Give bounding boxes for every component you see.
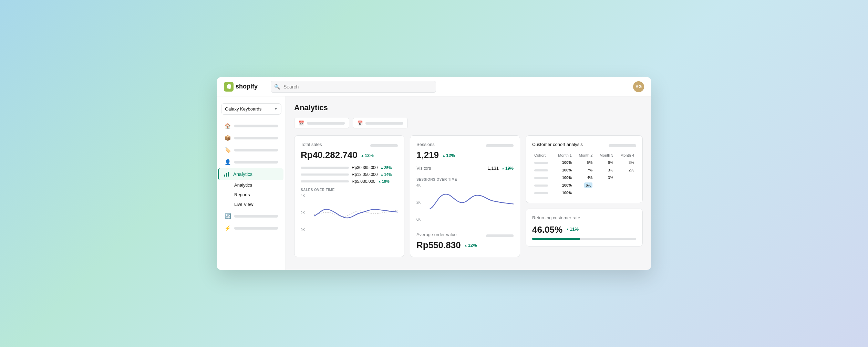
nav-discounts-label bbox=[234, 227, 278, 230]
date-filters: 📅 📅 bbox=[294, 118, 643, 128]
store-name: Galaxy Keyboards bbox=[225, 106, 261, 112]
sidebar-item-home[interactable]: 🏠 bbox=[219, 120, 283, 132]
search-bar: 🔍 bbox=[271, 81, 436, 93]
sidebar-item-products[interactable]: 🏷️ bbox=[219, 144, 283, 156]
sidebar-item-marketing[interactable]: 🔄 bbox=[219, 210, 283, 222]
visitors-value: 1,131 bbox=[488, 166, 499, 171]
sales-row-3-value: Rp5.030.000 bbox=[352, 179, 375, 184]
sidebar-item-orders[interactable]: 📦 bbox=[219, 132, 283, 144]
discounts-icon: ⚡ bbox=[225, 225, 231, 231]
date-bar-2 bbox=[365, 122, 403, 125]
avg-order-title: Average order value bbox=[416, 232, 457, 237]
sales-row-3: Rp5.030.000 10% bbox=[301, 179, 398, 184]
sales-row-1: Rp30.395.000 25% bbox=[301, 165, 398, 170]
cohort-row-4: 100% 6% bbox=[532, 181, 636, 189]
sidebar-item-analytics-page[interactable]: Analytics bbox=[219, 180, 283, 190]
nav-analytics-label: Analytics bbox=[233, 171, 252, 177]
cohort-header-m2: Month 2 bbox=[574, 152, 595, 159]
svg-rect-3 bbox=[228, 172, 229, 177]
date-filter-1[interactable]: 📅 bbox=[294, 118, 349, 128]
sidebar: Galaxy Keyboards ▼ 🏠 📦 🏷️ 👤 bbox=[217, 96, 286, 270]
cards-grid: Total sales Rp40.282.740 12% Rp30.395.00… bbox=[294, 135, 643, 257]
sidebar-item-analytics[interactable]: Analytics bbox=[218, 168, 283, 180]
visitors-label: Visitors bbox=[416, 166, 431, 171]
chevron-down-icon: ▼ bbox=[274, 107, 278, 111]
cohort-card: Customer cohort analysis Cohort Month 1 … bbox=[526, 135, 643, 203]
sales-chart: 4K 2K 0K bbox=[301, 194, 398, 232]
nav-orders-label bbox=[234, 137, 278, 139]
sidebar-item-customers[interactable]: 👤 bbox=[219, 156, 283, 168]
total-sales-value: Rp40.282.740 bbox=[301, 150, 358, 160]
cohort-title: Customer cohort analysis bbox=[532, 142, 583, 147]
shopify-logo-icon bbox=[224, 82, 234, 92]
sales-chart-label: SALES OVER TIME bbox=[301, 188, 398, 192]
avg-bar-placeholder bbox=[486, 234, 514, 237]
svg-rect-1 bbox=[224, 175, 225, 177]
sales-row-2: Rp12.050.000 14% bbox=[301, 172, 398, 177]
avg-order-mini: Average order value Rp550.830 12% bbox=[416, 227, 514, 251]
customers-icon: 👤 bbox=[225, 159, 231, 165]
main-content: Analytics 📅 📅 Total sales bbox=[286, 96, 651, 270]
cohort-bar-placeholder bbox=[609, 144, 636, 147]
sales-row-2-badge: 14% bbox=[380, 172, 392, 177]
avg-order-badge: 12% bbox=[464, 243, 477, 248]
sales-y-2k: 2K bbox=[301, 211, 305, 215]
cohort-row-2: 100% 7% 3% 2% bbox=[532, 166, 636, 174]
right-column: Customer cohort analysis Cohort Month 1 … bbox=[526, 135, 643, 257]
sessions-chart: 4K 2K 0K bbox=[416, 183, 514, 221]
sales-row-1-badge: 25% bbox=[380, 166, 392, 170]
returning-badge: 11% bbox=[566, 227, 579, 232]
store-selector[interactable]: Galaxy Keyboards ▼ bbox=[221, 103, 281, 115]
sidebar-item-live-view[interactable]: Live View bbox=[219, 200, 283, 209]
returning-bar-fill bbox=[532, 238, 580, 240]
nav-live-view-label: Live View bbox=[234, 202, 253, 207]
page-title: Analytics bbox=[294, 103, 643, 112]
sessions-badge: 12% bbox=[442, 153, 455, 158]
visitors-badge: 19% bbox=[502, 166, 514, 171]
svg-rect-2 bbox=[226, 173, 227, 177]
cohort-header-m1: Month 1 bbox=[553, 152, 574, 159]
calendar-icon-1: 📅 bbox=[299, 120, 304, 126]
products-icon: 🏷️ bbox=[225, 147, 231, 153]
date-filter-2[interactable]: 📅 bbox=[353, 118, 408, 128]
cohort-row-3: 100% 4% 3% bbox=[532, 174, 636, 181]
date-bar-1 bbox=[307, 122, 345, 125]
marketing-icon: 🔄 bbox=[225, 213, 231, 219]
returning-card: Returning customer rate 46.05% 11% bbox=[526, 209, 643, 246]
search-icon: 🔍 bbox=[274, 84, 280, 90]
nav-reports-label: Reports bbox=[234, 192, 250, 197]
sessions-title: Sessions bbox=[416, 142, 435, 147]
sessions-visitors-row: Visitors 1,131 19% bbox=[416, 164, 514, 172]
logo-text: shopify bbox=[236, 83, 258, 90]
sales-row-1-value: Rp30.395.000 bbox=[352, 165, 378, 170]
sales-row-3-badge: 10% bbox=[378, 179, 390, 183]
sessions-card: Sessions 1,219 12% Visitors 1,131 19% bbox=[410, 135, 520, 257]
returning-title: Returning customer rate bbox=[532, 215, 580, 220]
total-sales-bar-placeholder bbox=[370, 144, 398, 147]
total-sales-badge: 12% bbox=[361, 153, 374, 158]
returning-value: 46.05% bbox=[532, 224, 562, 235]
nav-home-label bbox=[234, 125, 278, 127]
app-header: shopify 🔍 AG bbox=[217, 77, 651, 96]
sidebar-item-discounts[interactable]: ⚡ bbox=[219, 222, 283, 234]
nav-customers-label bbox=[234, 161, 278, 164]
cohort-header-m3: Month 3 bbox=[595, 152, 615, 159]
user-avatar[interactable]: AG bbox=[633, 81, 644, 92]
cohort-table: Cohort Month 1 Month 2 Month 3 Month 4 bbox=[532, 152, 636, 197]
home-icon: 🏠 bbox=[225, 123, 231, 129]
sessions-y-2k: 2K bbox=[416, 201, 421, 204]
total-sales-card: Total sales Rp40.282.740 12% Rp30.395.00… bbox=[294, 135, 404, 257]
cohort-header-m4: Month 4 bbox=[616, 152, 636, 159]
orders-icon: 📦 bbox=[225, 135, 231, 141]
sales-y-0k: 0K bbox=[301, 228, 305, 232]
sales-row-2-value: Rp12.050.000 bbox=[352, 172, 378, 177]
avg-order-value: Rp550.830 bbox=[416, 240, 461, 251]
nav-analytics-sub-label: Analytics bbox=[234, 182, 252, 188]
sessions-y-0k: 0K bbox=[416, 218, 421, 221]
sidebar-item-reports[interactable]: Reports bbox=[219, 190, 283, 199]
nav-products-label bbox=[234, 149, 278, 151]
search-input[interactable] bbox=[271, 81, 436, 93]
cohort-row-5: 100% bbox=[532, 189, 636, 197]
cohort-header-cohort: Cohort bbox=[532, 152, 553, 159]
sessions-y-4k: 4K bbox=[416, 183, 421, 187]
